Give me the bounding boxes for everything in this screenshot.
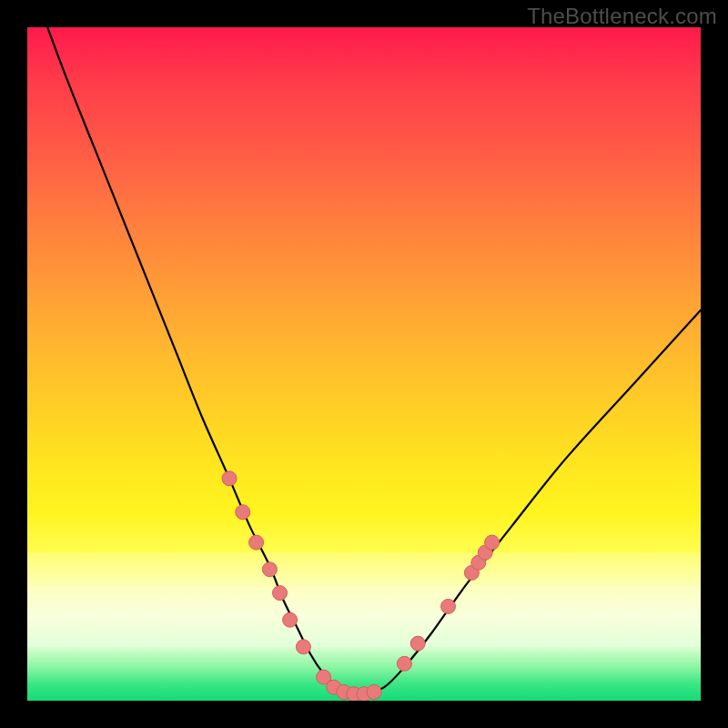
watermark-text: TheBottleneck.com	[527, 4, 717, 29]
chart-frame: TheBottleneck.com	[0, 0, 728, 728]
plot-area	[27, 27, 701, 701]
